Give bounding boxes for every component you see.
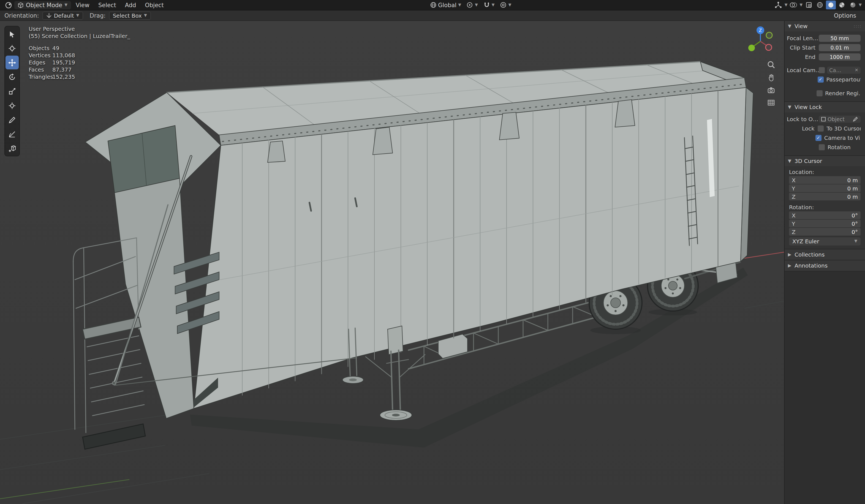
- shading-material-button[interactable]: [837, 1, 846, 9]
- panel-annotations-header[interactable]: ▶ Annotations: [785, 260, 865, 271]
- focal-length-field[interactable]: 50 mm: [819, 34, 861, 42]
- rendered-shading-icon: [849, 2, 856, 8]
- add-cube-tool[interactable]: [5, 141, 19, 155]
- cursor-location-x-field[interactable]: X 0 m: [789, 176, 861, 184]
- panel-view-header[interactable]: ▼ View ::::: [785, 21, 865, 31]
- camera-view-button[interactable]: [766, 85, 776, 95]
- camera-to-view-checkbox[interactable]: ✓: [816, 134, 821, 141]
- clip-end-field[interactable]: 1000 m: [819, 53, 861, 60]
- chevron-down-icon[interactable]: ▼: [859, 3, 862, 7]
- navigation-gizmo[interactable]: Z: [745, 26, 776, 57]
- 3d-cursor-icon: [8, 44, 16, 52]
- panel-view-lock: ▼ View Lock Lock to O… Object: [785, 102, 865, 156]
- blender-window: Object Mode ▼ View Select Add Object Glo…: [0, 0, 865, 504]
- chevron-expanded-icon: ▼: [788, 105, 792, 109]
- cursor-rotation-y-field[interactable]: Y 0°: [789, 220, 861, 227]
- rotate-icon: [8, 73, 16, 81]
- options-button[interactable]: Options: [830, 12, 861, 19]
- transform-orientation-dropdown[interactable]: Global ▼: [428, 1, 463, 9]
- orientation-default-dropdown[interactable]: Default ▼: [43, 11, 83, 20]
- viewport-canvas[interactable]: [0, 21, 784, 504]
- chevron-down-icon[interactable]: ▼: [785, 3, 788, 7]
- panel-collections-title: Collections: [795, 251, 824, 258]
- local-camera-label: Local Cam…: [787, 67, 819, 73]
- viewport-nav-controls: [766, 59, 776, 107]
- drag-mode-value: Select Box: [113, 12, 142, 19]
- menu-object[interactable]: Object: [141, 1, 168, 9]
- object-data-icon: [821, 116, 826, 121]
- chevron-down-icon[interactable]: ▼: [799, 3, 803, 7]
- lock-label: Lock: [787, 125, 818, 131]
- gizmo-neg-y-axis[interactable]: [766, 32, 772, 38]
- viewport-3d[interactable]: User Perspective (55) Scene Collection |…: [0, 21, 784, 504]
- pivot-point-icon: [466, 2, 473, 8]
- orientation-default-value: Default: [54, 12, 74, 19]
- shading-wireframe-button[interactable]: [815, 1, 824, 9]
- measure-tool[interactable]: [5, 127, 19, 141]
- gizmo-z-label: Z: [759, 28, 762, 33]
- camera-icon: [767, 86, 775, 94]
- lock-rotation-checkbox[interactable]: [819, 144, 825, 150]
- perspective-toggle-button[interactable]: [766, 97, 776, 107]
- show-overlays-toggle[interactable]: [788, 1, 798, 9]
- shading-solid-button[interactable]: [826, 1, 835, 9]
- snap-toggle-dropdown[interactable]: ▼: [481, 1, 497, 9]
- lock-to-object-field[interactable]: Object: [819, 115, 861, 122]
- show-gizmo-toggle[interactable]: [774, 1, 784, 9]
- cursor-location-y-field[interactable]: Y 0 m: [789, 185, 861, 192]
- local-camera-field[interactable]: Ca… ✕: [827, 66, 861, 73]
- drag-label: Drag:: [90, 12, 106, 19]
- panel-annotations-title: Annotations: [795, 262, 828, 269]
- gizmo-x-axis[interactable]: [765, 44, 772, 50]
- select-box-tool[interactable]: [5, 27, 19, 41]
- chevron-collapsed-icon: ▶: [788, 252, 792, 257]
- xray-toggle[interactable]: [804, 1, 814, 9]
- pivot-point-dropdown[interactable]: ▼: [464, 1, 480, 9]
- cursor-rotation-x-field[interactable]: X 0°: [789, 211, 861, 219]
- shading-rendered-button[interactable]: [847, 1, 857, 9]
- orientation-globe-icon: [430, 2, 436, 8]
- passepartout-checkbox[interactable]: ✓: [817, 76, 823, 82]
- to-3d-cursor-checkbox[interactable]: [818, 125, 824, 131]
- mode-dropdown[interactable]: Object Mode ▼: [14, 1, 71, 9]
- clear-icon[interactable]: ✕: [855, 68, 858, 72]
- menu-add[interactable]: Add: [121, 1, 140, 9]
- zoom-icon: [767, 60, 775, 69]
- pan-button[interactable]: [766, 72, 776, 82]
- select-cursor-icon: [8, 30, 16, 38]
- panel-view-lock-header[interactable]: ▼ View Lock: [785, 102, 865, 112]
- gizmo-y-axis[interactable]: [748, 45, 755, 51]
- proportional-editing-dropdown[interactable]: ▼: [498, 1, 514, 9]
- menu-select[interactable]: Select: [94, 1, 120, 9]
- eyedropper-icon[interactable]: [853, 116, 858, 122]
- rotate-tool[interactable]: [5, 70, 19, 84]
- scale-tool[interactable]: [5, 84, 19, 98]
- clip-end-label: End: [787, 54, 819, 60]
- menu-view[interactable]: View: [72, 1, 93, 9]
- panel-drag-handle[interactable]: ::::: [853, 24, 862, 28]
- zoom-button[interactable]: [766, 59, 776, 69]
- drag-mode-dropdown[interactable]: Select Box ▼: [109, 11, 151, 20]
- chevron-down-icon: ▼: [492, 3, 495, 7]
- editor-type-selector[interactable]: [3, 1, 13, 9]
- move-tool[interactable]: [5, 56, 19, 69]
- local-camera-checkbox[interactable]: [819, 67, 825, 73]
- annotate-pen-icon: [8, 116, 16, 124]
- axes-icon: [46, 13, 52, 18]
- transform-tool[interactable]: [5, 98, 19, 112]
- annotate-tool[interactable]: [5, 113, 19, 127]
- orientation-label: Global: [438, 2, 457, 8]
- chevron-down-icon: ▼: [508, 3, 511, 7]
- chevron-down-icon: ▼: [458, 3, 461, 7]
- chevron-down-icon: ▼: [854, 239, 857, 243]
- rotation-mode-dropdown[interactable]: XYZ Euler ▼: [789, 237, 861, 246]
- render-region-checkbox[interactable]: [816, 90, 822, 96]
- cursor-tool[interactable]: [5, 41, 19, 55]
- panel-annotations: ▶ Annotations: [785, 260, 865, 271]
- cursor-rotation-z-field[interactable]: Z 0°: [789, 228, 861, 236]
- solid-shading-icon: [827, 2, 834, 8]
- panel-collections-header[interactable]: ▶ Collections: [785, 249, 865, 260]
- panel-3d-cursor-header[interactable]: ▼ 3D Cursor: [785, 156, 865, 166]
- cursor-location-z-field[interactable]: Z 0 m: [789, 193, 861, 200]
- clip-start-field[interactable]: 0.01 m: [819, 44, 861, 51]
